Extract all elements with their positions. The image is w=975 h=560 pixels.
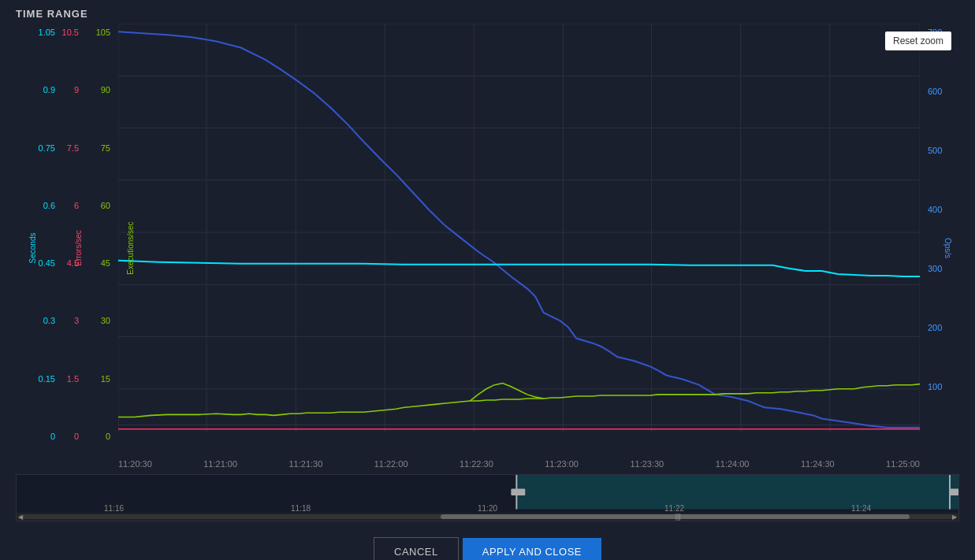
y-val: 0 (50, 432, 55, 441)
y-val: 105 (96, 28, 110, 37)
reset-zoom-button[interactable]: Reset zoom (885, 32, 951, 50)
chart-area: Reset zoom 1.05 0.9 0.75 0.6 0.45 0.3 0.… (0, 24, 975, 525)
y-val: 0.3 (43, 316, 55, 325)
y-axis-errors-title: Errors/sec (74, 230, 83, 266)
y-val: 0 (74, 432, 79, 441)
y-val: 1.05 (39, 28, 55, 37)
x-label: 11:24:00 (716, 459, 750, 469)
x-label: 11:22:00 (374, 459, 408, 469)
x-label: 11:25:00 (886, 459, 920, 469)
x-label: 11:21:00 (203, 459, 237, 469)
mini-x-label: 11:22 (664, 504, 684, 513)
scroll-track: ◀ ▶ ||| (18, 514, 957, 519)
mini-chart[interactable]: ◀ ▶ ||| 11:16 11:18 11:20 11:22 11:24 (16, 474, 959, 521)
y-val: 500 (928, 146, 942, 155)
y-val: 400 (928, 205, 942, 214)
cancel-button[interactable]: CANCEL (374, 537, 459, 560)
y-axis-exec: 105 90 75 60 45 30 15 0 (83, 24, 114, 441)
x-label: 11:23:30 (630, 459, 664, 469)
main-chart: Reset zoom 1.05 0.9 0.75 0.6 0.45 0.3 0.… (16, 24, 959, 473)
y-val: 60 (101, 201, 110, 210)
y-axis-ops: 700 600 500 400 300 200 100 (924, 24, 959, 441)
y-val: 100 (928, 382, 942, 391)
scroll-left-arrow[interactable]: ◀ (18, 514, 23, 521)
y-val: 200 (928, 323, 942, 332)
x-label: 11:24:30 (801, 459, 835, 469)
y-val: 30 (101, 316, 110, 325)
y-axis-exec-title: Executions/sec (126, 221, 135, 274)
y-val: 0.75 (39, 143, 55, 153)
y-val: 6 (74, 201, 79, 210)
y-axis-seconds: 1.05 0.9 0.75 0.6 0.45 0.3 0.15 0 (16, 24, 59, 441)
y-val: 1.5 (67, 374, 79, 384)
chart-svg (118, 24, 920, 441)
y-val: 90 (101, 85, 110, 95)
y-val: 7.5 (67, 143, 79, 153)
y-val: 0.45 (39, 258, 55, 268)
mini-x-label: 11:20 (478, 504, 497, 513)
time-range-dialog: TIME RANGE Reset zoom 1.05 0.9 0.75 0.6 … (0, 0, 975, 560)
svg-rect-24 (949, 488, 958, 495)
y-axis-ops-title: Ops/s (943, 238, 951, 258)
svg-rect-23 (511, 488, 525, 495)
y-val: 3 (74, 316, 79, 325)
dialog-title: TIME RANGE (0, 0, 975, 24)
y-val: 600 (928, 87, 942, 96)
y-val: 0.15 (39, 374, 55, 384)
x-axis-labels: 11:20:30 11:21:00 11:21:30 11:22:00 11:2… (118, 459, 920, 469)
y-val: 15 (101, 374, 110, 384)
y-val: 45 (101, 258, 110, 268)
x-label: 11:22:30 (460, 459, 493, 469)
mini-x-label: 11:16 (104, 504, 124, 513)
y-val: 0.6 (43, 201, 55, 210)
mini-x-labels: 11:16 11:18 11:20 11:22 11:24 (17, 504, 958, 513)
y-val: 75 (101, 143, 110, 153)
apply-close-button[interactable]: APPLY AND CLOSE (463, 538, 601, 560)
x-label: 11:20:30 (118, 459, 152, 469)
mini-scrollbar[interactable]: ◀ ▶ ||| (17, 513, 958, 521)
y-val: 0.9 (43, 85, 55, 95)
chart-svg-area (118, 24, 920, 441)
mini-x-label: 11:18 (291, 504, 311, 513)
y-val: 0 (106, 432, 110, 441)
y-axis-seconds-title: Seconds (28, 233, 37, 264)
footer-buttons: CANCEL APPLY AND CLOSE (0, 525, 975, 560)
x-label: 11:23:00 (545, 459, 579, 469)
y-val: 10.5 (62, 28, 79, 37)
mini-x-label: 11:24 (851, 504, 871, 513)
y-val: 9 (74, 85, 79, 95)
x-label: 11:21:30 (288, 459, 322, 469)
scroll-grip: ||| (675, 514, 681, 519)
y-val: 300 (928, 264, 942, 273)
scroll-right-arrow[interactable]: ▶ (952, 514, 957, 521)
